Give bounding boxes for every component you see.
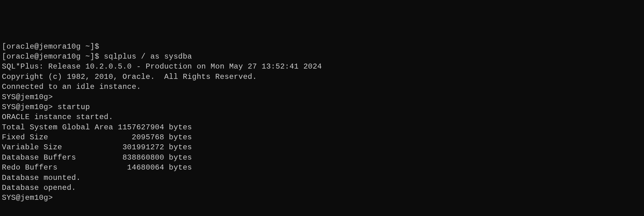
connection-status-line: Connected to an idle instance. (2, 82, 642, 92)
instance-started-line: ORACLE instance started. (2, 112, 642, 122)
sga-buffers-line: Database Buffers 838860800 bytes (2, 153, 642, 163)
sga-redo-line: Redo Buffers 14680064 bytes (2, 163, 642, 173)
sql-command-line: SYS@jem10g> startup (2, 102, 642, 112)
sga-total-line: Total System Global Area 1157627904 byte… (2, 122, 642, 132)
sqlplus-banner-line: SQL*Plus: Release 10.2.0.5.0 - Productio… (2, 62, 642, 72)
sga-variable-line: Variable Size 301991272 bytes (2, 142, 642, 152)
copyright-line: Copyright (c) 1982, 2010, Oracle. All Ri… (2, 72, 642, 82)
db-opened-line: Database opened. (2, 183, 642, 193)
shell-prompt-line: [oracle@jemora10g ~]$ (2, 42, 642, 52)
sql-prompt-line: SYS@jem10g> (2, 92, 642, 102)
shell-command-line: [oracle@jemora10g ~]$ sqlplus / as sysdb… (2, 52, 642, 62)
sga-fixed-line: Fixed Size 2095768 bytes (2, 132, 642, 142)
sql-prompt-line: SYS@jem10g> (2, 193, 642, 203)
db-mounted-line: Database mounted. (2, 173, 642, 183)
terminal-output[interactable]: [oracle@jemora10g ~]$[oracle@jemora10g ~… (2, 42, 642, 203)
